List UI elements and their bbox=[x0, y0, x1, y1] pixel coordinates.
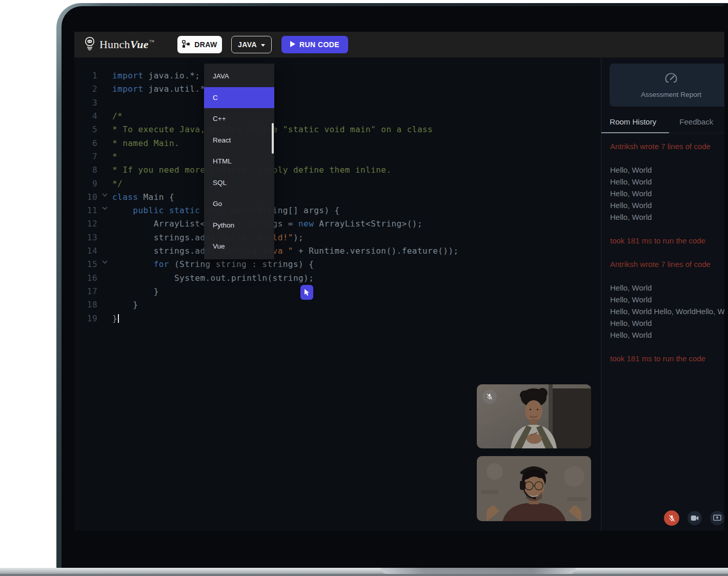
code-text: * bbox=[112, 150, 117, 163]
run-code-button[interactable]: RUN CODE bbox=[281, 36, 348, 53]
history-output-line: Hello, World bbox=[610, 329, 728, 341]
line-number: 6 bbox=[74, 137, 97, 150]
tab-feedback[interactable]: Feedback bbox=[665, 111, 728, 133]
code-line[interactable]: 17 } bbox=[74, 285, 459, 298]
video-camera-icon bbox=[691, 515, 699, 521]
code-text: for (String string : strings) { bbox=[112, 258, 314, 271]
language-option-react[interactable]: React bbox=[204, 130, 274, 151]
collaborator-cursor bbox=[300, 285, 313, 300]
line-number: 2 bbox=[74, 83, 97, 96]
mute-microphone-button[interactable] bbox=[664, 510, 679, 526]
fold-gutter bbox=[97, 285, 112, 298]
history-output-line: Hello, World bbox=[610, 211, 728, 223]
flow-diagram-icon bbox=[182, 40, 190, 50]
code-text: } bbox=[112, 312, 119, 325]
panel-tabs: Room History Feedback bbox=[601, 111, 728, 133]
history-output-line: Hello, World bbox=[610, 317, 728, 329]
fold-gutter bbox=[97, 150, 112, 163]
history-output-line: Hello, World bbox=[610, 188, 728, 199]
history-event: took 181 ms to run the code bbox=[610, 353, 728, 364]
code-text: strings.add("Running Java " + Runtime.ve… bbox=[112, 244, 459, 258]
tab-room-history[interactable]: Room History bbox=[601, 111, 665, 133]
language-option-go[interactable]: Go bbox=[204, 193, 274, 215]
participant-video-candidate[interactable] bbox=[477, 456, 591, 521]
room-history-log: Antriksh wrote 7 lines of codeHello, Wor… bbox=[601, 133, 728, 364]
laptop-hinge-notch bbox=[381, 568, 576, 574]
fold-gutter bbox=[97, 231, 112, 244]
right-panel: Assessment Report Room History Feedback … bbox=[601, 57, 728, 531]
code-line[interactable]: 15 for (String string : strings) { bbox=[74, 258, 459, 271]
history-output-line: Hello, World bbox=[610, 282, 728, 294]
language-option-html[interactable]: HTML bbox=[204, 151, 274, 172]
line-number: 8 bbox=[74, 163, 97, 177]
language-option-cpp[interactable]: C++ bbox=[204, 108, 274, 130]
fold-gutter bbox=[97, 96, 112, 110]
line-number: 17 bbox=[74, 285, 97, 298]
language-option-python[interactable]: Python bbox=[204, 215, 274, 236]
code-line[interactable]: 16 System.out.println(string); bbox=[74, 272, 459, 285]
history-event: Antriksh wrote 7 lines of code bbox=[610, 258, 728, 270]
language-selected-label: JAVA bbox=[238, 40, 257, 49]
line-number: 19 bbox=[74, 312, 97, 325]
laptop-base bbox=[0, 568, 728, 574]
dropdown-scrollbar[interactable] bbox=[272, 123, 274, 154]
hunchvue-logo: HunchVue™ bbox=[84, 32, 154, 57]
candidate-video-frame bbox=[477, 456, 591, 521]
screen-share-icon bbox=[713, 515, 721, 522]
code-line[interactable]: 18 } bbox=[74, 298, 459, 312]
language-select-button[interactable]: JAVA bbox=[231, 36, 272, 53]
language-dropdown-menu: JAVACC++ReactHTMLSQLGoPythonVue bbox=[204, 64, 274, 259]
line-number: 4 bbox=[74, 110, 97, 123]
code-text: } bbox=[112, 298, 138, 312]
active-tab-underline bbox=[601, 132, 669, 133]
language-option-java[interactable]: JAVA bbox=[204, 66, 274, 87]
fold-chevron-icon[interactable] bbox=[97, 258, 112, 271]
participant-video-interviewer[interactable] bbox=[477, 384, 591, 448]
lightbulb-chat-icon bbox=[84, 36, 96, 53]
language-option-vue[interactable]: Vue bbox=[204, 236, 274, 257]
code-text: class Main { bbox=[112, 191, 174, 204]
fold-gutter bbox=[97, 123, 112, 136]
laptop-right-bezel bbox=[724, 4, 728, 568]
history-event: Antriksh wrote 7 lines of code bbox=[610, 140, 728, 152]
history-output-line: Hello, World bbox=[610, 164, 728, 176]
history-output-line: Hello, World Hello, WorldHello, World bbox=[610, 305, 728, 317]
share-screen-button[interactable] bbox=[710, 511, 724, 525]
code-line[interactable]: 19} bbox=[74, 312, 459, 325]
laptop-base-edge bbox=[0, 574, 728, 576]
mic-off-icon bbox=[482, 389, 497, 404]
code-text: * named Main. bbox=[112, 137, 179, 150]
history-event: took 181 ms to run the code bbox=[610, 235, 728, 246]
line-number: 16 bbox=[74, 272, 97, 285]
gauge-icon bbox=[664, 72, 678, 87]
draw-button[interactable]: DRAW bbox=[177, 36, 222, 53]
fold-chevron-icon[interactable] bbox=[97, 191, 112, 204]
language-option-c[interactable]: C bbox=[204, 87, 274, 109]
history-spacer bbox=[610, 270, 728, 282]
assessment-report-button[interactable]: Assessment Report bbox=[610, 64, 728, 107]
fold-gutter bbox=[97, 217, 112, 231]
fold-gutter bbox=[97, 69, 112, 83]
history-spacer bbox=[610, 152, 728, 164]
line-number: 3 bbox=[74, 96, 97, 110]
history-spacer bbox=[610, 246, 728, 258]
fold-gutter bbox=[97, 177, 112, 191]
line-number: 7 bbox=[74, 150, 97, 163]
line-number: 5 bbox=[74, 123, 97, 136]
text-caret bbox=[118, 314, 119, 323]
history-output-line: Hello, World bbox=[610, 199, 728, 211]
line-number: 15 bbox=[74, 258, 97, 271]
language-option-sql[interactable]: SQL bbox=[204, 172, 274, 194]
history-output-line: Hello, World bbox=[610, 294, 728, 305]
history-spacer bbox=[610, 341, 728, 353]
code-text: /* bbox=[112, 110, 123, 123]
fold-chevron-icon[interactable] bbox=[97, 204, 112, 217]
code-text: */ bbox=[112, 177, 123, 191]
camera-button[interactable] bbox=[687, 511, 702, 525]
fold-gutter bbox=[97, 244, 112, 258]
chevron-down-icon bbox=[261, 44, 265, 47]
history-spacer bbox=[610, 223, 728, 235]
line-number: 14 bbox=[74, 244, 97, 258]
line-number: 10 bbox=[74, 191, 97, 204]
fold-gutter bbox=[97, 163, 112, 177]
